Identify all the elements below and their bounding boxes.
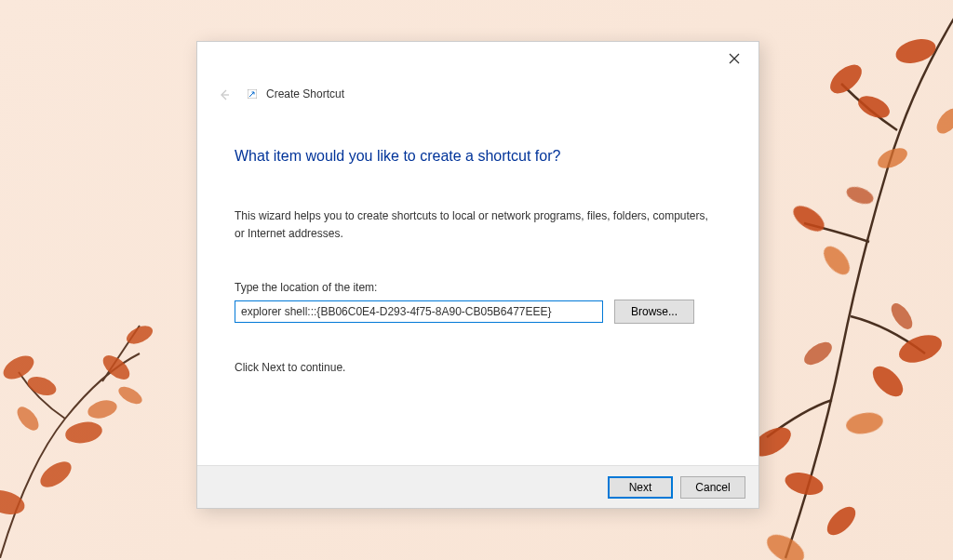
svg-point-10	[825, 60, 867, 100]
svg-point-12	[893, 35, 939, 68]
location-input[interactable]	[235, 300, 603, 323]
dialog-title: Create Shortcut	[266, 87, 344, 100]
background-decoration-right	[730, 0, 953, 560]
svg-point-1	[25, 373, 59, 399]
back-button[interactable]	[216, 87, 233, 103]
dialog-body: What item would you like to create a sho…	[197, 148, 758, 374]
close-icon	[729, 53, 740, 64]
next-button[interactable]: Next	[608, 476, 673, 499]
wizard-description: This wizard helps you to create shortcut…	[235, 207, 709, 242]
svg-point-24	[844, 183, 876, 207]
shortcut-icon	[246, 87, 259, 100]
wizard-heading: What item would you like to create a sho…	[235, 148, 721, 165]
create-shortcut-dialog: Create Shortcut What item would you like…	[196, 41, 759, 509]
svg-point-21	[844, 410, 884, 437]
svg-point-2	[63, 420, 103, 447]
svg-point-13	[789, 201, 829, 236]
svg-point-26	[887, 300, 916, 332]
svg-point-15	[867, 361, 908, 402]
close-button[interactable]	[716, 46, 753, 72]
svg-point-6	[36, 457, 76, 492]
svg-point-9	[115, 383, 144, 407]
svg-point-22	[762, 529, 809, 560]
cancel-button[interactable]: Cancel	[680, 476, 745, 499]
svg-point-0	[0, 351, 38, 383]
svg-point-19	[875, 144, 910, 173]
continue-instruction: Click Next to continue.	[235, 361, 721, 374]
browse-button[interactable]: Browse...	[614, 300, 694, 324]
svg-point-23	[933, 104, 953, 138]
svg-point-7	[13, 403, 43, 433]
dialog-header: Create Shortcut	[197, 42, 758, 103]
back-arrow-icon	[218, 88, 231, 101]
svg-point-25	[800, 338, 836, 369]
svg-point-14	[895, 330, 946, 368]
location-input-row: Browse...	[235, 300, 721, 324]
dialog-footer: Next Cancel	[197, 465, 758, 508]
svg-point-11	[854, 91, 893, 122]
svg-point-18	[822, 501, 860, 540]
svg-point-20	[819, 242, 854, 279]
svg-point-4	[124, 322, 155, 347]
svg-point-5	[0, 487, 27, 519]
svg-point-3	[99, 351, 134, 384]
location-label: Type the location of the item:	[235, 281, 721, 294]
svg-point-17	[783, 469, 825, 499]
svg-point-8	[86, 397, 119, 421]
